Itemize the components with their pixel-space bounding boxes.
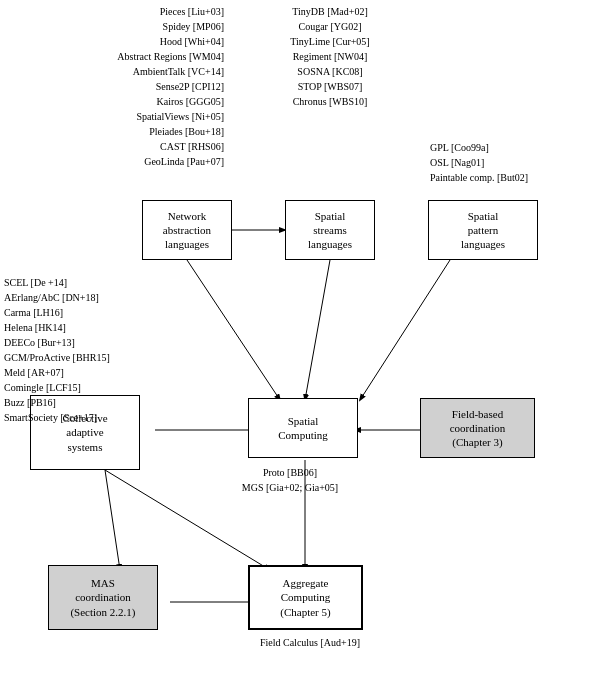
network-labels: Pieces [Liu+03] Spidey [MP06] Hood [Whi+… xyxy=(117,4,224,169)
col-label-6: GCM/ProActive [BHR15] xyxy=(4,350,110,365)
col-label-9: Buzz [PB16] xyxy=(4,395,110,410)
spatial-pattern-box: Spatialpatternlanguages xyxy=(428,200,538,260)
col-label-7: Meld [AR+07] xyxy=(4,365,110,380)
field-based-box: Field-basedcoordination(Chapter 3) xyxy=(420,398,535,458)
spatial-computing-box: SpatialComputing xyxy=(248,398,358,458)
mas-coordination-box: MAScoordination(Section 2.2.1) xyxy=(48,565,158,630)
ss-label-6: STOP [WBS07] xyxy=(275,79,385,94)
spatial-streams-labels: TinyDB [Mad+02] Cougar [YG02] TinyLime [… xyxy=(275,4,385,109)
network-label-11: GeoLinda [Pau+07] xyxy=(117,154,224,169)
spatial-streams-label: Spatialstreamslanguages xyxy=(308,209,352,252)
field-calculus-label: Field Calculus [Aud+19] xyxy=(210,635,410,650)
network-label-7: Kairos [GGG05] xyxy=(117,94,224,109)
proto-label: Proto [BB06] xyxy=(200,465,380,480)
ss-label-5: SOSNA [KC08] xyxy=(275,64,385,79)
mas-coordination-label: MAScoordination(Section 2.2.1) xyxy=(70,576,135,619)
mgs-label: MGS [Gia+02; Gia+05] xyxy=(200,480,380,495)
field-based-label: Field-basedcoordination(Chapter 3) xyxy=(450,407,506,450)
aggregate-computing-box: AggregateComputing(Chapter 5) xyxy=(248,565,363,630)
field-calculus-text: Field Calculus [Aud+19] xyxy=(210,635,410,650)
col-label-2: AErlang/AbC [DN+18] xyxy=(4,290,110,305)
network-label-10: CAST [RHS06] xyxy=(117,139,224,154)
network-abstraction-box: Networkabstractionlanguages xyxy=(142,200,232,260)
svg-line-0 xyxy=(187,260,280,400)
sp-label-3: Paintable comp. [But02] xyxy=(430,170,528,185)
sp-label-2: OSL [Nag01] xyxy=(430,155,528,170)
svg-line-1 xyxy=(305,260,330,400)
col-label-1: SCEL [De +14] xyxy=(4,275,110,290)
ss-label-1: TinyDB [Mad+02] xyxy=(275,4,385,19)
sp-label-1: GPL [Coo99a] xyxy=(430,140,528,155)
spatial-pattern-label: Spatialpatternlanguages xyxy=(461,209,505,252)
diagram: Networkabstractionlanguages Spatialstrea… xyxy=(0,0,589,690)
network-label-6: Sense2P [CPI12] xyxy=(117,79,224,94)
ss-label-4: Regiment [NW04] xyxy=(275,49,385,64)
spatial-streams-box: Spatialstreamslanguages xyxy=(285,200,375,260)
spatial-computing-label: SpatialComputing xyxy=(278,414,328,443)
network-label-4: Abstract Regions [WM04] xyxy=(117,49,224,64)
col-label-4: Helena [HK14] xyxy=(4,320,110,335)
network-label-1: Pieces [Liu+03] xyxy=(117,4,224,19)
network-label-2: Spidey [MP06] xyxy=(117,19,224,34)
col-label-3: Carma [LH16] xyxy=(4,305,110,320)
network-label-8: SpatialViews [Ni+05] xyxy=(117,109,224,124)
network-label-3: Hood [Whi+04] xyxy=(117,34,224,49)
svg-line-2 xyxy=(360,260,450,400)
collective-labels: SCEL [De +14] AErlang/AbC [DN+18] Carma … xyxy=(4,275,110,425)
ss-label-7: Chronus [WBS10] xyxy=(275,94,385,109)
aggregate-computing-label: AggregateComputing(Chapter 5) xyxy=(280,576,330,619)
network-label-5: AmbientTalk [VC+14] xyxy=(117,64,224,79)
col-label-5: DEECo [Bur+13] xyxy=(4,335,110,350)
ss-label-3: TinyLime [Cur+05] xyxy=(275,34,385,49)
col-label-8: Comingle [LCF15] xyxy=(4,380,110,395)
network-abstraction-label: Networkabstractionlanguages xyxy=(163,209,211,252)
svg-line-7 xyxy=(105,470,120,570)
network-label-9: Pleiades [Bou+18] xyxy=(117,124,224,139)
proto-mgs-labels: Proto [BB06] MGS [Gia+02; Gia+05] xyxy=(200,465,380,495)
spatial-pattern-labels: GPL [Coo99a] OSL [Nag01] Paintable comp.… xyxy=(430,140,528,185)
ss-label-2: Cougar [YG02] xyxy=(275,19,385,34)
col-label-10: SmartSociety [Sce+17] xyxy=(4,410,110,425)
